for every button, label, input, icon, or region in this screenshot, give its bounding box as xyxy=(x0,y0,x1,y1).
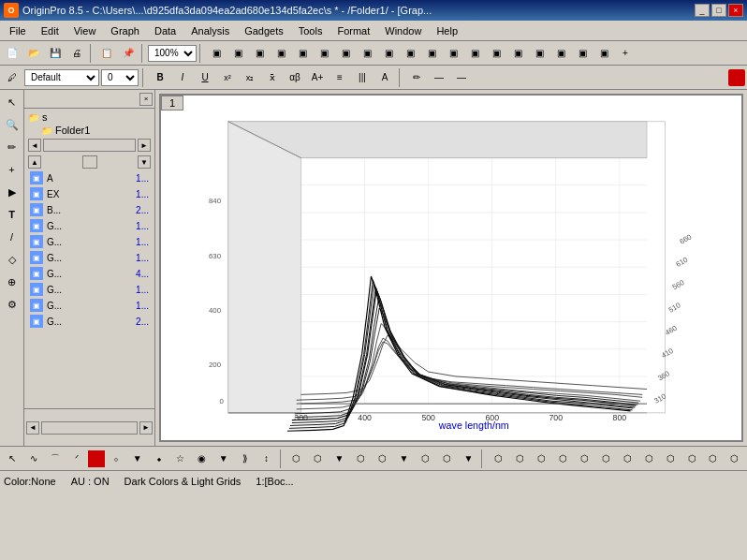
underline-btn[interactable]: U xyxy=(195,67,215,88)
sidebar-scroll-right[interactable]: ► xyxy=(139,421,153,435)
arrow-tool[interactable]: ↖ xyxy=(2,92,22,112)
italic-btn[interactable]: I xyxy=(172,67,193,88)
sidebar-scroll-left[interactable]: ◄ xyxy=(26,421,39,435)
maximize-button[interactable]: □ xyxy=(711,4,726,17)
bt-btn9[interactable]: ☆ xyxy=(170,449,191,469)
tb-btn-l[interactable]: ▣ xyxy=(443,43,463,64)
menu-graph[interactable]: Graph xyxy=(103,23,147,38)
tb-btn-n[interactable]: ▣ xyxy=(486,43,506,64)
bt-btn7[interactable]: ▼ xyxy=(127,449,148,469)
tb-btn-g[interactable]: ▣ xyxy=(335,43,356,64)
bt-btn29[interactable]: ⬡ xyxy=(617,449,637,469)
subscript-btn[interactable]: x₂ xyxy=(240,67,260,88)
bt-btn19[interactable]: ▼ xyxy=(393,449,414,469)
draw-btn1[interactable]: ✏ xyxy=(406,67,427,88)
list-item[interactable]: ▣ G... 1... xyxy=(26,250,153,266)
text-tool[interactable]: T xyxy=(2,204,22,225)
shape-tool[interactable]: ◇ xyxy=(2,249,22,270)
menu-file[interactable]: File xyxy=(2,23,34,38)
draw-btn2[interactable]: — xyxy=(429,67,449,88)
superscript-btn[interactable]: x² xyxy=(217,67,238,88)
list-item[interactable]: ▣ A 1... xyxy=(26,170,153,186)
tb-btn-s[interactable]: ▣ xyxy=(593,43,614,64)
sidebar-close-btn[interactable]: × xyxy=(139,93,153,106)
lines-btn[interactable]: ||| xyxy=(352,67,373,88)
tb-btn-q[interactable]: ▣ xyxy=(550,43,571,64)
bt-btn34[interactable]: ⬡ xyxy=(725,449,745,469)
greek-btn[interactable]: αβ xyxy=(285,67,305,88)
new-file-btn[interactable]: 📄 xyxy=(2,43,22,64)
tb-btn-f[interactable]: ▣ xyxy=(314,43,334,64)
bt-btn15[interactable]: ⬡ xyxy=(308,449,329,469)
font-size-increase-btn[interactable]: A+ xyxy=(307,67,328,88)
tb-btn-c[interactable]: ▣ xyxy=(249,43,270,64)
bt-btn13[interactable]: ↕ xyxy=(256,449,277,469)
list-item[interactable]: ▣ G... 1... xyxy=(26,234,153,250)
tb-btn-i[interactable]: ▣ xyxy=(378,43,399,64)
scroll-left[interactable]: ◄ xyxy=(28,139,41,152)
tb-btn-r[interactable]: ▣ xyxy=(572,43,593,64)
bt-btn1[interactable]: ↖ xyxy=(2,449,22,469)
nav-up[interactable]: ▲ xyxy=(28,155,41,169)
menu-data[interactable]: Data xyxy=(147,23,183,38)
bt-btn20[interactable]: ⬡ xyxy=(415,449,435,469)
menu-window[interactable]: Window xyxy=(377,23,429,38)
bt-btn8[interactable]: ⬥ xyxy=(149,449,169,469)
list-item[interactable]: ▣ G... 1... xyxy=(26,218,153,234)
menu-tools[interactable]: Tools xyxy=(291,23,330,38)
list-item[interactable]: ▣ G... 2... xyxy=(26,314,153,330)
minimize-button[interactable]: _ xyxy=(695,4,710,17)
font-name-select[interactable]: Default xyxy=(24,69,99,86)
tb-btn-h[interactable]: ▣ xyxy=(357,43,377,64)
menu-help[interactable]: Help xyxy=(429,23,465,38)
graph-tab[interactable]: 1 xyxy=(161,96,183,111)
bt-btn25[interactable]: ⬡ xyxy=(531,449,551,469)
special-tool[interactable]: ⚙ xyxy=(2,294,22,315)
bt-btn2[interactable]: ∿ xyxy=(23,449,44,469)
cross-tool[interactable]: + xyxy=(2,159,22,180)
bt-btn21[interactable]: ⬡ xyxy=(436,449,457,469)
tb-btn-o[interactable]: ▣ xyxy=(507,43,528,64)
bt-btn31[interactable]: ⬡ xyxy=(660,449,681,469)
bt-btn28[interactable]: ⬡ xyxy=(595,449,616,469)
save-btn[interactable]: 💾 xyxy=(45,43,66,64)
close-button[interactable]: × xyxy=(728,4,743,17)
window-controls[interactable]: _ □ × xyxy=(695,4,743,17)
list-item[interactable]: ▣ EX 1... xyxy=(26,186,153,202)
bt-btn18[interactable]: ⬡ xyxy=(372,449,392,469)
bt-btn22[interactable]: ▼ xyxy=(458,449,478,469)
nav-down[interactable]: ▼ xyxy=(138,155,151,169)
strikethrough-btn[interactable]: x̄ xyxy=(262,67,283,88)
tb-btn-a[interactable]: ▣ xyxy=(206,43,227,64)
list-item[interactable]: ▣ G... 1... xyxy=(26,282,153,298)
bold-btn[interactable]: B xyxy=(150,67,170,88)
paste-btn[interactable]: 📌 xyxy=(118,43,139,64)
menu-gadgets[interactable]: Gadgets xyxy=(237,23,291,38)
circle-tool[interactable]: ⊕ xyxy=(2,272,22,292)
list-item[interactable]: ▣ G... 4... xyxy=(26,266,153,282)
color-btn[interactable]: A xyxy=(374,67,395,88)
menu-view[interactable]: View xyxy=(66,23,104,38)
zoom-select[interactable]: 100% 75% 50% 150% 200% xyxy=(148,45,197,62)
draw-btn3[interactable]: — xyxy=(451,67,472,88)
picker-tool[interactable]: ▶ xyxy=(2,182,22,202)
bt-btn6[interactable]: ⬦ xyxy=(106,449,126,469)
list-item[interactable]: ▣ G... 1... xyxy=(26,298,153,314)
tb-btn-t[interactable]: + xyxy=(615,43,636,64)
scroll-thumb[interactable] xyxy=(43,139,136,152)
bt-btn3[interactable]: ⌒ xyxy=(45,449,66,469)
bt-btn27[interactable]: ⬡ xyxy=(574,449,594,469)
open-btn[interactable]: 📂 xyxy=(23,43,44,64)
menu-format[interactable]: Format xyxy=(330,23,377,38)
tb-btn-b[interactable]: ▣ xyxy=(227,43,248,64)
draw-tool[interactable]: ✏ xyxy=(2,137,22,157)
red-btn[interactable] xyxy=(728,69,745,86)
copy-btn[interactable]: 📋 xyxy=(96,43,117,64)
tree-root[interactable]: 📁 s xyxy=(26,111,153,124)
bt-btn23[interactable]: ⬡ xyxy=(488,449,508,469)
align-btn[interactable]: ≡ xyxy=(330,67,350,88)
bt-btn24[interactable]: ⬡ xyxy=(509,449,530,469)
nav-middle[interactable] xyxy=(82,155,97,169)
bt-btn5[interactable] xyxy=(88,450,105,467)
tb-btn-d[interactable]: ▣ xyxy=(271,43,291,64)
